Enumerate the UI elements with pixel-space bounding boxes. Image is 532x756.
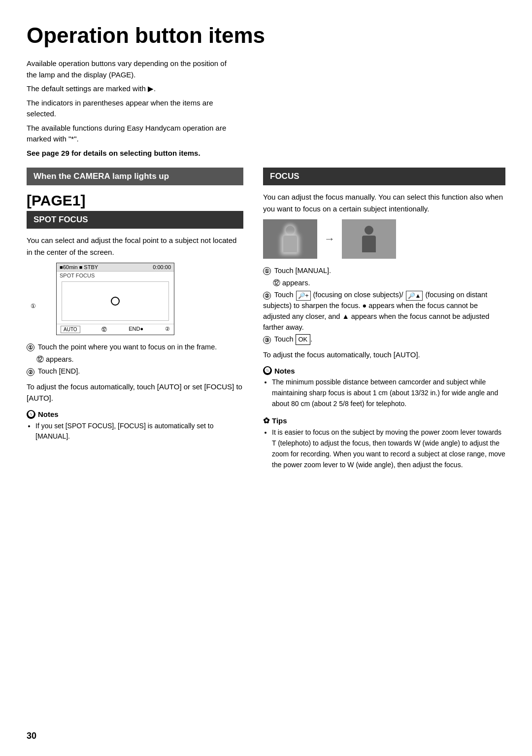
focus-tips-list: It is easier to focus on the subject by … (263, 427, 505, 470)
spot-step-1-sub: ⑫ appears. (36, 354, 243, 365)
page-container: Operation button items Available operati… (0, 0, 532, 756)
diagram-bottom-bar: AUTO ⑫ END● ② (57, 324, 174, 335)
focus-auto-text: To adjust the focus automatically, touch… (263, 349, 505, 360)
intro-bold-line: See page 29 for details on selecting but… (27, 148, 238, 159)
focus-body: You can adjust the focus manually. You c… (263, 191, 505, 214)
diagram-spot-label: SPOT FOCUS (57, 272, 174, 278)
focus-step-1: ① Touch [MANUAL]. (263, 266, 505, 276)
focus-steps: ① Touch [MANUAL]. ⑫ appears. ② Touch 🔎+ … (263, 266, 505, 345)
notes-icon: 🅝 (27, 410, 35, 419)
focus-note-1: The minimum possible distance between ca… (272, 377, 505, 409)
intro-para4: The available functions during Easy Hand… (27, 123, 238, 145)
spot-step-1: ① Touch the point where you want to focu… (27, 342, 243, 353)
left-column: When the CAMERA lamp lights up [PAGE1] S… (27, 168, 243, 726)
focus-banner: FOCUS (263, 168, 505, 185)
diagram-auto-btn: AUTO (61, 326, 80, 333)
spot-focus-notes-title: 🅝 Notes (27, 410, 243, 419)
person-blurry (283, 226, 297, 252)
diagram-label-2: ② (165, 326, 170, 333)
page-title: Operation button items (27, 24, 505, 47)
focus-tips: ✿ Tips It is easier to focus on the subj… (263, 416, 505, 470)
ok-button[interactable]: OK (296, 334, 311, 345)
page-number: 30 (27, 731, 36, 741)
focus-notes-list: The minimum possible distance between ca… (263, 377, 505, 409)
person-sharp (362, 226, 376, 252)
focus-step-2: ② Touch 🔎+ (focusing on close subjects)/… (263, 290, 505, 333)
focus-tip-1: It is easier to focus on the subject by … (272, 427, 505, 470)
far-focus-icon: 🔎▲ (406, 291, 423, 301)
spot-focus-steps: ① Touch the point where you want to focu… (27, 342, 243, 377)
intro-para2: The default settings are marked with ▶. (27, 83, 238, 95)
focus-images: → (263, 219, 505, 259)
right-column: FOCUS You can adjust the focus manually.… (263, 168, 505, 726)
intro-section: Available operation buttons vary dependi… (27, 58, 505, 159)
focus-arrow: → (324, 233, 335, 245)
spot-focus-note-1: If you set [SPOT FOCUS], [FOCUS] is auto… (35, 421, 243, 442)
focus-step-3: ③ Touch OK. (263, 334, 505, 345)
intro-para3: The indicators in parentheses appear whe… (27, 98, 238, 120)
diagram-focus-circle (111, 297, 120, 306)
diagram-box: ■60min ■ STBY 0:00:00 SPOT FOCUS AUTO ⑫ … (56, 263, 174, 335)
focus-notes-icon: 🅝 (263, 366, 272, 375)
focus-step-1-sub: ⑫ appears. (273, 278, 505, 289)
focus-notes-title: 🅝 Notes (263, 366, 505, 375)
focus-img-after (342, 219, 396, 259)
close-focus-icon: 🔎+ (296, 291, 311, 301)
spot-focus-notes-list: If you set [SPOT FOCUS], [FOCUS] is auto… (27, 421, 243, 442)
focus-notes: 🅝 Notes The minimum possible distance be… (263, 366, 505, 409)
focus-tips-title: ✿ Tips (263, 416, 505, 425)
spot-focus-auto-text: To adjust the focus automatically, touch… (27, 381, 243, 404)
spot-focus-notes: 🅝 Notes If you set [SPOT FOCUS], [FOCUS]… (27, 410, 243, 442)
intro-para1: Available operation buttons vary dependi… (27, 58, 238, 80)
diagram-label-1: ① (31, 303, 36, 309)
two-column-layout: When the CAMERA lamp lights up [PAGE1] S… (27, 168, 505, 726)
diagram-top-bar: ■60min ■ STBY 0:00:00 (57, 263, 174, 272)
tips-icon: ✿ (263, 416, 269, 425)
spot-focus-body: You can select and adjust the focal poin… (27, 235, 243, 258)
spot-step-2: ② Touch [END]. (27, 366, 243, 377)
spot-focus-diagram: ① ■60min ■ STBY 0:00:00 SPOT FOCUS AUTO … (41, 263, 243, 335)
camera-lamp-banner: When the CAMERA lamp lights up (27, 168, 243, 185)
diagram-inner (62, 281, 169, 321)
focus-img-before (263, 219, 317, 259)
page1-heading: [PAGE1] (27, 192, 243, 209)
spot-focus-banner: SPOT FOCUS (27, 211, 243, 229)
